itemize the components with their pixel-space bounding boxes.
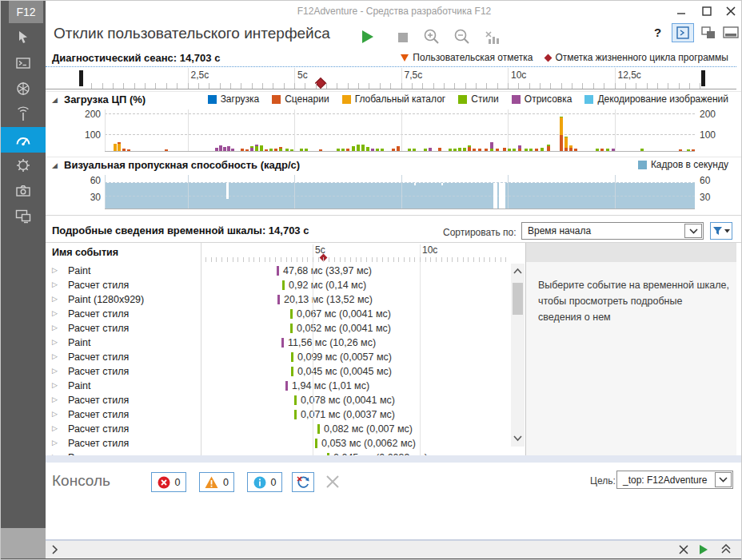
event-row[interactable]: ▷Paint (46, 379, 201, 393)
filter-button[interactable] (710, 222, 732, 240)
expand-input-icon[interactable] (721, 544, 731, 554)
console-output[interactable] (46, 496, 742, 539)
sidebar-item-debugger[interactable] (1, 76, 46, 101)
maximize-button[interactable] (700, 4, 714, 18)
event-row[interactable]: ▷Paint (46, 336, 201, 350)
event-row[interactable]: ▷Paint (1280x929) (46, 292, 201, 307)
expander-icon[interactable]: ▷ (52, 309, 58, 317)
chevron-down-icon[interactable] (715, 472, 732, 487)
event-row[interactable]: ▷Расчет стиля (46, 278, 201, 292)
error-filter-button[interactable]: 0 (151, 472, 186, 492)
target-label: Цель: (590, 475, 616, 487)
event-timeline-row[interactable]: 0,92 мс (0,14 мс) (201, 278, 510, 292)
event-timeline-row[interactable]: 0,071 мс (0,0037 мс) (201, 407, 510, 422)
clear-console-button[interactable] (325, 474, 341, 490)
event-row[interactable]: ▷Paint (46, 264, 201, 278)
expander-icon[interactable]: ▷ (52, 439, 58, 447)
scroll-down-icon[interactable] (511, 433, 525, 444)
start-profiling-button[interactable] (362, 30, 378, 45)
minimize-button[interactable] (674, 4, 688, 18)
run-script-button[interactable] (700, 545, 708, 554)
expander-icon[interactable]: ▷ (52, 338, 58, 346)
chevron-down-icon[interactable] (684, 224, 702, 238)
target-select[interactable]: _top: F12Adventure (616, 471, 733, 489)
ruler-end-handle[interactable] (701, 70, 705, 86)
fps-collapse-toggle[interactable]: ◢ (52, 161, 58, 169)
expander-icon[interactable]: ▷ (52, 381, 58, 389)
unpin-button[interactable] (700, 26, 716, 40)
event-bar (282, 280, 285, 290)
event-row[interactable]: ▷Расчет стиля (46, 321, 201, 336)
event-row[interactable]: ▷Расчет стиля (46, 364, 201, 379)
error-icon (158, 476, 170, 489)
gauge-icon (14, 131, 32, 149)
expander-icon[interactable]: ▷ (52, 367, 58, 375)
panel-splitter[interactable] (46, 455, 742, 463)
legend-swatch (208, 95, 217, 104)
sidebar-item-emulation[interactable] (1, 204, 46, 229)
expander-icon[interactable]: ▷ (52, 395, 58, 403)
event-name: Расчет стиля (68, 351, 129, 363)
clear-on-navigate-button[interactable] (292, 472, 314, 492)
help-button[interactable]: ? (654, 26, 661, 39)
sidebar-item-ui-responsiveness[interactable] (1, 127, 46, 153)
expander-icon[interactable]: ▷ (52, 324, 58, 332)
cpu-collapse-toggle[interactable]: ◢ (52, 96, 58, 104)
ruler-baseline (46, 89, 736, 89)
warning-filter-button[interactable]: 0 (199, 472, 234, 492)
info-filter-button[interactable]: 0 (247, 472, 282, 492)
section-divider-2 (46, 157, 742, 157)
clear-chart-button[interactable] (482, 28, 501, 46)
event-timeline-row[interactable]: 0,082 мс (0,007 мс) (201, 422, 510, 436)
console-dock-button[interactable] (672, 23, 694, 42)
dock-bottom-button[interactable] (723, 26, 739, 40)
event-timeline-row[interactable]: 0,067 мс (0,0041 мс) (201, 307, 510, 321)
cpu-ylabel-100-right: 100 (700, 129, 716, 141)
event-name-column-header[interactable]: Имя события (52, 247, 118, 258)
sidebar-item-dom-explorer[interactable] (1, 25, 46, 50)
expander-icon[interactable]: ▷ (52, 410, 58, 418)
clear-chart-icon (482, 28, 501, 46)
event-timeline-row[interactable]: 0,045 мс (0,0045 мс) (201, 364, 510, 379)
stop-profiling-button[interactable] (398, 33, 408, 42)
sidebar-item-console[interactable] (1, 50, 46, 76)
event-timeline-row[interactable]: 0,078 мс (0,0041 мс) (201, 393, 510, 407)
expander-icon[interactable]: ▷ (52, 266, 58, 274)
event-timeline-row[interactable]: 0,053 мс (0,0062 мс) (201, 436, 510, 451)
close-icon[interactable] (679, 545, 688, 554)
event-row[interactable]: ▷Расчет стиля (46, 350, 201, 364)
expander-icon[interactable]: ▷ (52, 295, 58, 303)
event-row[interactable]: ▷Расчет стиля (46, 422, 201, 436)
event-row[interactable]: ▷Расчет стиля (46, 307, 201, 321)
scroll-up-icon[interactable] (511, 266, 525, 277)
console-input-bar[interactable] (46, 541, 742, 558)
event-row[interactable]: ▷Расчет стиля (46, 436, 201, 451)
cpu-plot[interactable] (105, 109, 695, 151)
event-timeline-row[interactable]: 47,68 мс (33,97 мс) (201, 264, 510, 278)
info-icon (253, 476, 266, 489)
event-row[interactable]: ▷Расчет стиля (46, 393, 201, 407)
sort-select-value: Время начала (522, 225, 591, 236)
event-timeline-row[interactable]: 0,052 мс (0,0041 мс) (201, 321, 510, 336)
expander-icon[interactable]: ▷ (52, 280, 58, 288)
ruler-start-handle[interactable] (79, 70, 83, 86)
event-timeline-row[interactable]: 11,56 мс (10,26 мс) (201, 336, 510, 350)
table-scrollbar[interactable] (511, 264, 525, 447)
zoom-in-button[interactable] (423, 28, 441, 46)
timeline-ruler[interactable] (46, 68, 736, 89)
legend-swatch (458, 95, 467, 104)
event-timeline-row[interactable]: 0,099 мс (0,0057 мс) (201, 350, 510, 364)
event-timeline-row[interactable]: 1,94 мс (1,01 мс) (201, 379, 510, 393)
event-row[interactable]: ▷Расчет стиля (46, 407, 201, 422)
zoom-out-button[interactable] (453, 28, 471, 46)
sidebar-item-network[interactable] (1, 101, 46, 127)
close-button[interactable] (724, 4, 738, 18)
expander-icon[interactable]: ▷ (52, 424, 58, 432)
sidebar-item-memory[interactable] (1, 178, 46, 204)
expander-icon[interactable]: ▷ (52, 352, 58, 360)
cpu-gridline-200 (105, 113, 695, 114)
scrollbar-thumb[interactable] (513, 283, 523, 315)
sort-select[interactable]: Время начала (521, 222, 704, 240)
event-timeline-row[interactable]: 20,13 мс (13,52 мс) (201, 292, 510, 307)
sidebar-item-profiler[interactable] (1, 153, 46, 178)
